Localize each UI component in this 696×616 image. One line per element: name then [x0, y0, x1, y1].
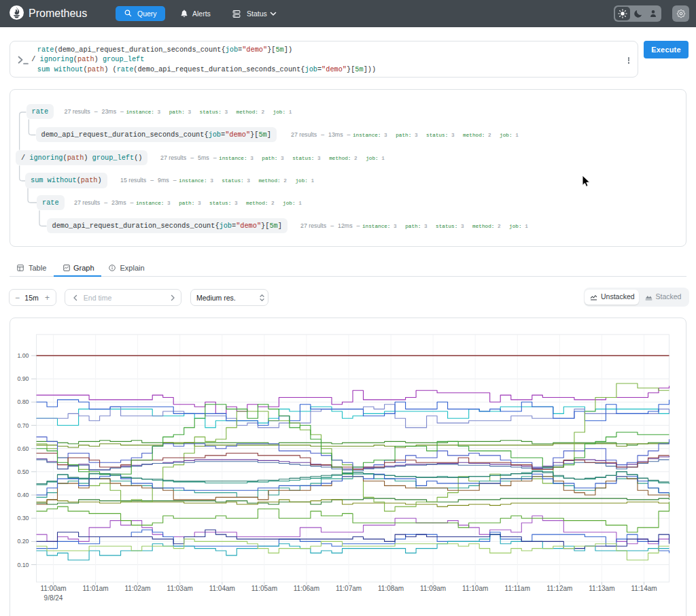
svg-text:0.50: 0.50 — [17, 468, 29, 475]
svg-text:0.40: 0.40 — [17, 492, 29, 498]
svg-text:1.00: 1.00 — [17, 352, 29, 359]
svg-text:11:11am: 11:11am — [505, 585, 530, 592]
svg-text:11:12am: 11:12am — [546, 585, 572, 592]
svg-text:11:04am: 11:04am — [209, 585, 235, 592]
svg-text:0.10: 0.10 — [17, 562, 29, 568]
svg-text:11:07am: 11:07am — [336, 585, 362, 592]
svg-text:0.70: 0.70 — [17, 422, 29, 429]
svg-text:0.30: 0.30 — [17, 515, 29, 521]
svg-text:11:01am: 11:01am — [83, 585, 109, 592]
svg-text:11:10am: 11:10am — [462, 585, 488, 592]
svg-text:0.80: 0.80 — [17, 398, 29, 405]
svg-text:11:09am: 11:09am — [420, 585, 446, 592]
svg-text:11:03am: 11:03am — [167, 585, 193, 592]
svg-text:0.60: 0.60 — [17, 445, 29, 452]
svg-text:11:14am: 11:14am — [631, 585, 657, 592]
svg-text:11:13am: 11:13am — [589, 585, 614, 592]
svg-text:11:00am: 11:00am — [40, 585, 66, 592]
svg-text:11:06am: 11:06am — [294, 585, 319, 592]
svg-text:0.20: 0.20 — [17, 538, 29, 545]
svg-text:11:02am: 11:02am — [125, 585, 151, 592]
svg-text:9/8/24: 9/8/24 — [44, 594, 63, 602]
svg-text:11:08am: 11:08am — [378, 585, 404, 592]
svg-text:0.90: 0.90 — [17, 375, 29, 382]
svg-text:11:05am: 11:05am — [251, 585, 277, 592]
